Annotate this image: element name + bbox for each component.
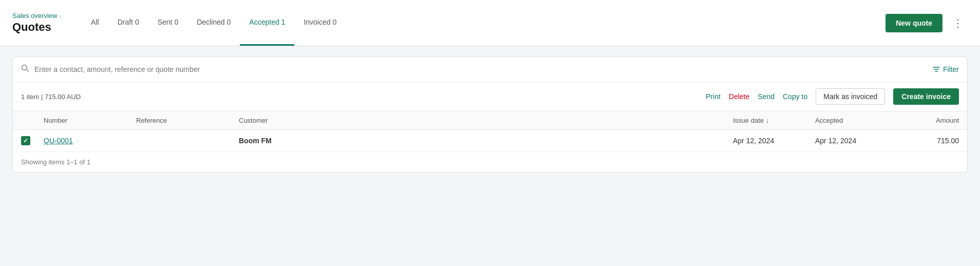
col-checkbox [21, 117, 44, 124]
col-customer: Customer [239, 117, 733, 124]
col-number: Number [44, 117, 136, 124]
page-title: Quotes [12, 21, 61, 34]
tab-sent[interactable]: Sent 0 [148, 0, 187, 46]
mark-as-invoiced-button[interactable]: Mark as invoiced [816, 88, 885, 105]
search-bar: Filter [13, 57, 967, 82]
row-customer: Boom FM [239, 137, 733, 145]
tab-all[interactable]: All [82, 0, 108, 46]
search-icon [21, 64, 29, 74]
row-issue-date: Apr 12, 2024 [733, 137, 815, 145]
print-button[interactable]: Print [706, 92, 721, 101]
breadcrumb-chevron: › [59, 13, 61, 19]
col-amount: Amount [897, 117, 959, 124]
tab-accepted[interactable]: Accepted 1 [240, 0, 294, 46]
row-accepted-date: Apr 12, 2024 [815, 137, 897, 145]
col-accepted: Accepted [815, 117, 897, 124]
table-footer: Showing items 1–1 of 1 [13, 152, 967, 172]
tabs-nav: AllDraft 0Sent 0Declined 0Accepted 1Invo… [82, 0, 346, 46]
col-reference: Reference [136, 117, 239, 124]
copy-to-button[interactable]: Copy to [783, 92, 807, 101]
filter-button[interactable]: Filter [933, 65, 959, 73]
tab-draft[interactable]: Draft 0 [108, 0, 148, 46]
search-input[interactable] [34, 65, 928, 73]
tab-declined[interactable]: Declined 0 [187, 0, 240, 46]
quotes-card: Filter 1 item | 715.00 AUD Print Delete … [12, 56, 968, 173]
send-button[interactable]: Send [758, 92, 775, 101]
more-options-button[interactable]: ⋮ [949, 15, 968, 31]
breadcrumb-label: Sales overview [12, 12, 57, 20]
delete-button[interactable]: Delete [729, 92, 749, 101]
col-issue-date[interactable]: Issue date ↓ [733, 117, 815, 124]
table-row: ✓ QU-0001 Boom FM Apr 12, 2024 Apr 12, 2… [13, 130, 967, 152]
create-invoice-button[interactable]: Create invoice [893, 88, 959, 105]
filter-label: Filter [943, 65, 959, 73]
row-checkbox[interactable]: ✓ [21, 136, 30, 145]
row-amount: 715.00 [897, 137, 959, 145]
item-count: 1 item | 715.00 AUD [21, 93, 698, 101]
tab-invoiced[interactable]: Invoiced 0 [294, 0, 346, 46]
action-bar: 1 item | 715.00 AUD Print Delete Send Co… [13, 82, 967, 111]
table-header: Number Reference Customer Issue date ↓ A… [13, 111, 967, 130]
quote-number-link[interactable]: QU-0001 [44, 137, 73, 145]
new-quote-button[interactable]: New quote [885, 14, 943, 32]
breadcrumb[interactable]: Sales overview › [12, 12, 61, 20]
svg-line-1 [27, 70, 29, 72]
